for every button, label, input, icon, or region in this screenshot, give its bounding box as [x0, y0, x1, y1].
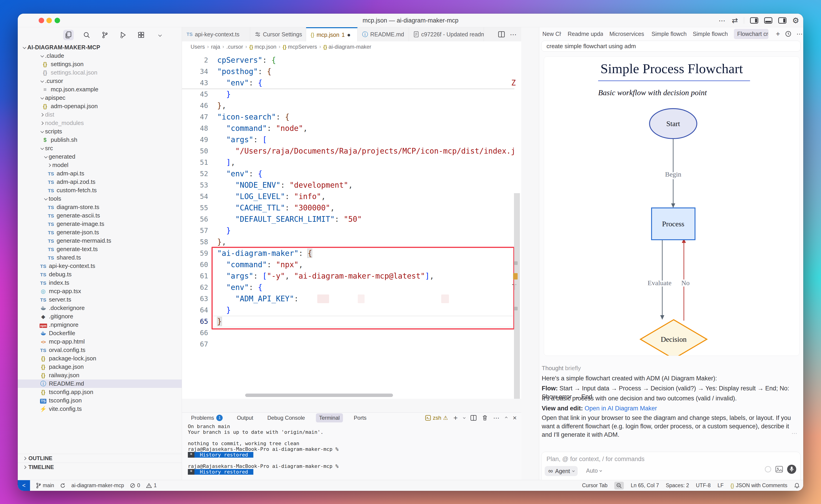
tree-item-server-ts[interactable]: TSserver.ts [18, 295, 182, 304]
status-ln-65-col-7[interactable]: Ln 65, Col 7 [631, 482, 659, 489]
tree-item-vite-config-ts[interactable]: ⚡vite.config.ts [18, 405, 182, 413]
breadcrumb-item-ai-diagram-maker[interactable]: {} ai-diagram-maker [323, 44, 371, 50]
tab-mcp-json[interactable]: {}mcp.json1● [306, 27, 358, 41]
close-panel-icon[interactable]: × [513, 414, 517, 422]
more-actions-icon[interactable]: ⋯ [719, 17, 726, 25]
panel-tab-terminal[interactable]: Terminal [316, 413, 343, 422]
tree-item-dockerfile[interactable]: Dockerfile [18, 329, 182, 337]
tree-item-model[interactable]: model [18, 161, 182, 169]
tree-item-api-key-context-ts[interactable]: TSapi-key-context.ts [18, 262, 182, 270]
toggle-left-panel-icon[interactable] [750, 17, 758, 24]
kill-terminal-trash-icon[interactable] [482, 415, 488, 421]
tree-item-mcp-json-example[interactable]: ≡mcp.json.example [18, 85, 182, 94]
tab-cursor-settings[interactable]: Cursor Settings [250, 27, 306, 41]
tree-item-readme-md[interactable]: ⓘREADME.md [18, 379, 182, 388]
chat-tab-microservices-arch[interactable]: Microservices arch [609, 31, 645, 37]
tree-item-generate-image-ts[interactable]: TSgenerate-image.ts [18, 220, 182, 228]
split-editor-icon[interactable] [498, 31, 505, 37]
tree-item-gitignore[interactable]: ◆.gitignore [18, 312, 182, 321]
chat-tab-new-chat[interactable]: New Chat [542, 31, 561, 37]
notifications-bell-icon[interactable] [794, 483, 800, 489]
more-actions-icon[interactable]: ⋯ [493, 414, 500, 422]
chat-input[interactable]: Plan, @ for context, / for commands ∞Age… [541, 452, 801, 480]
tree-item-scripts[interactable]: scripts [18, 127, 182, 136]
tree-item-node-modules[interactable]: node_modules [18, 119, 182, 127]
tab-api-key-context-ts[interactable]: TSapi-key-context.ts [182, 27, 250, 41]
tab-readme-md[interactable]: ⓘREADME.md [358, 27, 409, 41]
tree-item-railway-json[interactable]: {}railway.json [18, 371, 182, 379]
outline-section[interactable]: OUTLINE [18, 454, 182, 462]
panel-tab-output[interactable]: Output [234, 413, 256, 422]
panel-tab-problems[interactable]: Problems1 [188, 413, 226, 422]
tree-item-claude[interactable]: .claude [18, 52, 182, 60]
tree-item-settings-local-json[interactable]: {}settings.local.json [18, 68, 182, 77]
panel-tab-ports[interactable]: Ports [351, 413, 370, 422]
status-lf[interactable]: LF [718, 482, 724, 489]
tree-item-index-ts[interactable]: TSindex.ts [18, 279, 182, 287]
status-cursor-tab[interactable]: Cursor Tab [582, 482, 607, 489]
tree-item-mcp-app-html[interactable]: <>mcp-app.html [18, 337, 182, 346]
tab-c97226f-updated-readme-f[interactable]: c97226f - Updated readme f [409, 27, 484, 41]
chat-tab-flowchart-crea[interactable]: Flowchart crea [734, 29, 769, 39]
remote-indicator[interactable]: < [18, 480, 30, 491]
history-clock-icon[interactable] [785, 31, 791, 37]
source-control-icon[interactable] [100, 30, 110, 40]
tree-item-package-json[interactable]: {}package.json [18, 363, 182, 371]
status-ai-diagram-maker-mcp[interactable]: ai-diagram-maker-mcp [71, 482, 124, 489]
code-editor[interactable]: 2cpServers": {34"posthog": {43 "env": {Z… [182, 52, 521, 399]
tree-item-cursor[interactable]: .cursor [18, 77, 182, 85]
tree-item-mcp-app-tsx[interactable]: ◎mcp-app.tsx [18, 287, 182, 295]
tree-item-adm-api-ts[interactable]: TSadm-api.ts [18, 169, 182, 178]
timeline-section[interactable]: TIMELINE [18, 463, 182, 471]
tree-item-publish-sh[interactable]: $publish.sh [18, 136, 182, 144]
maximize-panel-icon[interactable] [505, 417, 508, 419]
extensions-icon[interactable] [136, 30, 146, 40]
sidebar-views-chevron-icon[interactable] [154, 30, 165, 40]
chevron-down-icon[interactable] [463, 416, 465, 419]
settings-gear-icon[interactable]: ⚙ [792, 16, 799, 25]
model-selector[interactable]: Auto [586, 467, 601, 474]
vertical-scrollbar[interactable] [514, 193, 520, 399]
tree-root-ai-diagram-maker-mcp[interactable]: AI-DIAGRAM-MAKER-MCP [18, 43, 182, 52]
tree-item-src[interactable]: src [18, 144, 182, 152]
toggle-bottom-panel-icon[interactable] [764, 17, 772, 24]
more-actions-icon[interactable]: ⋯ [510, 30, 517, 38]
response-more-icon[interactable]: ⋯ [791, 430, 798, 437]
chat-tab-readme-update-fo[interactable]: Readme update fo [568, 31, 603, 37]
tree-item-generate-ascii-ts[interactable]: TSgenerate-ascii.ts [18, 211, 182, 220]
panel-tab-debug-console[interactable]: Debug Console [264, 413, 308, 422]
search-icon[interactable] [81, 30, 92, 40]
tree-item-generate-json-ts[interactable]: TSgenerate-json.ts [18, 228, 182, 237]
status-warnings[interactable]: 1 [146, 482, 157, 489]
breadcrumb-item-raja[interactable]: raja [211, 44, 220, 50]
tree-item-generated[interactable]: generated [18, 152, 182, 161]
breadcrumb[interactable]: Users›raja›.cursor›{} mcp.json›{} mcpSer… [182, 41, 521, 52]
chat-tab-simple-flowchart-c[interactable]: Simple flowchart c [693, 31, 728, 37]
tree-item-tsconfig-json[interactable]: TStsconfig.json [18, 396, 182, 405]
tree-item-orval-config-ts[interactable]: TSorval.config.ts [18, 346, 182, 354]
tree-item-dist[interactable]: dist [18, 110, 182, 119]
tree-item-package-lock-json[interactable]: {}package-lock.json [18, 354, 182, 363]
breadcrumb-item-mcpservers[interactable]: {} mcpServers [283, 44, 317, 50]
terminal-output[interactable]: On branch mainYour branch is up to date … [188, 424, 519, 486]
explorer-files-icon[interactable] [63, 30, 74, 40]
tree-item-adm-openapi-json[interactable]: {}adm-openapi.json [18, 102, 182, 110]
shell-indicator[interactable]: zsh⚠ [425, 415, 448, 421]
tree-item-generate-mermaid-ts[interactable]: TSgenerate-mermaid.ts [18, 237, 182, 245]
layout-swap-icon[interactable]: ⇄ [732, 16, 738, 25]
attach-image-icon[interactable] [775, 466, 783, 473]
tree-item-npmignore[interactable]: npm.npmignore [18, 321, 182, 329]
agent-mode-selector[interactable]: ∞Agent [545, 466, 578, 476]
open-in-adm-link[interactable]: Open in AI Diagram Maker [585, 405, 657, 412]
more-actions-icon[interactable]: ⋯ [796, 30, 803, 38]
tree-item-apispec[interactable]: apispec [18, 94, 182, 102]
tree-item-settings-json[interactable]: {}settings.json [18, 60, 182, 68]
run-debug-icon[interactable] [118, 30, 128, 40]
tree-item-custom-fetch-ts[interactable]: TScustom-fetch.ts [18, 186, 182, 195]
new-terminal-icon[interactable]: + [453, 414, 458, 422]
tree-item-shared-ts[interactable]: TSshared.ts [18, 253, 182, 262]
breadcrumb-item-mcp-json[interactable]: {} mcp.json [249, 44, 276, 50]
tree-item-diagram-store-ts[interactable]: TSdiagram-store.ts [18, 203, 182, 211]
zoom-indicator[interactable] [614, 482, 624, 489]
chat-tab-simple-flowchart-c[interactable]: Simple flowchart c [652, 31, 686, 37]
